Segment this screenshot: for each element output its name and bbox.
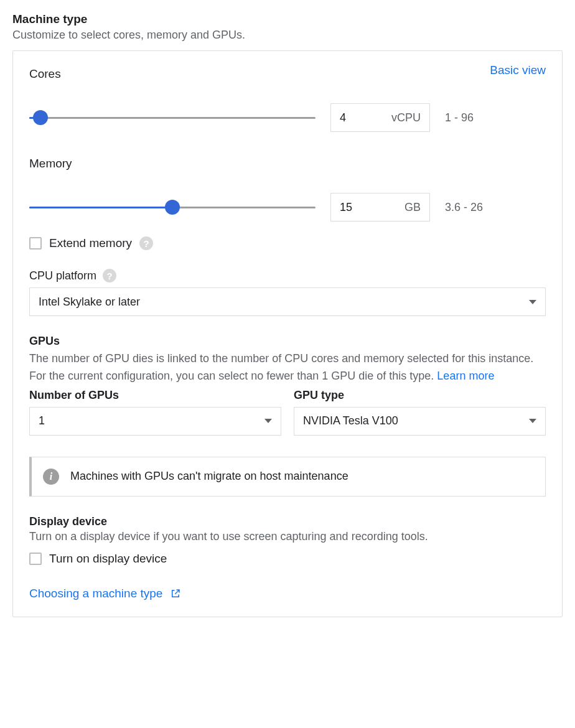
memory-row: 15 GB 3.6 - 26: [29, 193, 546, 222]
gpu-type-value: NVIDIA Tesla V100: [303, 414, 398, 427]
cores-value: 4: [340, 111, 346, 124]
num-gpus-select[interactable]: 1: [29, 407, 281, 436]
learn-more-link[interactable]: Learn more: [437, 370, 494, 382]
memory-input[interactable]: 15 GB: [330, 193, 430, 222]
machine-type-section: Machine type Customize to select cores, …: [12, 12, 563, 617]
cores-row: 4 vCPU 1 - 96: [29, 103, 546, 132]
gpu-type-label: GPU type: [294, 389, 344, 402]
display-device-subtitle: Turn on a display device if you want to …: [29, 528, 546, 546]
section-title: Machine type: [12, 12, 563, 26]
num-gpus-label: Number of GPUs: [29, 389, 119, 402]
cores-range: 1 - 96: [445, 111, 474, 124]
cpu-platform-select[interactable]: Intel Skylake or later: [29, 287, 546, 316]
display-device-title: Display device: [29, 515, 546, 528]
gpus-title: GPUs: [29, 335, 546, 348]
memory-label: Memory: [29, 157, 546, 170]
cores-input[interactable]: 4 vCPU: [330, 103, 430, 132]
info-message: Machines with GPUs can't migrate on host…: [70, 470, 348, 483]
external-link-icon: [170, 588, 181, 599]
memory-slider[interactable]: [29, 200, 316, 215]
info-icon: i: [43, 469, 59, 485]
cores-unit: vCPU: [391, 111, 421, 124]
info-banner: i Machines with GPUs can't migrate on ho…: [29, 457, 546, 497]
choosing-machine-type-link[interactable]: Choosing a machine type: [29, 587, 546, 600]
chevron-down-icon: [529, 300, 536, 304]
memory-unit: GB: [404, 201, 421, 214]
help-icon[interactable]: ?: [139, 236, 153, 250]
extend-memory-row: Extend memory ?: [29, 236, 546, 250]
cpu-platform-label: CPU platform: [29, 269, 96, 282]
cores-slider[interactable]: [29, 110, 316, 125]
memory-range: 3.6 - 26: [445, 201, 483, 214]
chevron-down-icon: [264, 419, 272, 423]
cpu-platform-value: Intel Skylake or later: [39, 296, 140, 309]
gpus-desc: The number of GPU dies is linked to the …: [29, 350, 546, 385]
extend-memory-checkbox[interactable]: [29, 237, 42, 250]
memory-value: 15: [340, 201, 352, 214]
display-device-checkbox-label: Turn on display device: [49, 552, 167, 566]
section-subtitle: Customize to select cores, memory and GP…: [12, 29, 563, 42]
num-gpus-value: 1: [39, 414, 45, 427]
extend-memory-label: Extend memory: [49, 236, 132, 250]
help-icon[interactable]: ?: [103, 269, 116, 282]
cores-label: Cores: [29, 67, 546, 81]
gpu-type-select[interactable]: NVIDIA Tesla V100: [294, 407, 546, 436]
display-device-checkbox[interactable]: [29, 553, 42, 565]
chevron-down-icon: [529, 419, 536, 423]
basic-view-link[interactable]: Basic view: [490, 63, 546, 77]
machine-type-panel: Basic view Cores 4 vCPU 1 - 96 Memory: [12, 50, 563, 617]
